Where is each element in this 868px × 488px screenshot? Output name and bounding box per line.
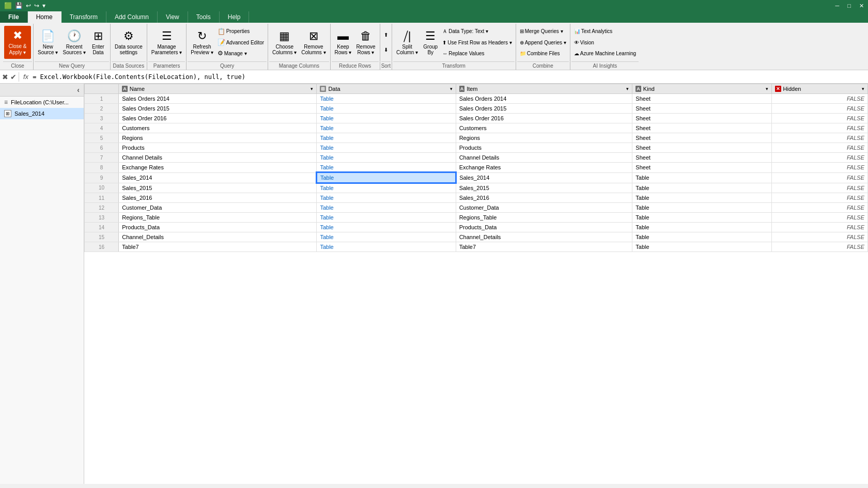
table-row[interactable]: 1Sales Orders 2014TableSales Orders 2014… xyxy=(85,94,868,104)
tab-help[interactable]: Help xyxy=(220,11,250,23)
kind-col-filter[interactable]: ▾ xyxy=(766,86,768,91)
replace-values-button[interactable]: ↔ Replace Values xyxy=(441,49,513,58)
table-row[interactable]: 9Sales_2014TableSales_2014TableFALSE xyxy=(85,172,868,183)
recent-sources-button[interactable]: 🕐 RecentSources ▾ xyxy=(60,26,87,59)
cell-data[interactable]: Table xyxy=(317,104,456,114)
cell-name[interactable]: Sales Orders 2015 xyxy=(119,104,317,114)
formula-confirm-icon[interactable]: ✔ xyxy=(10,73,17,81)
choose-columns-button[interactable]: ▦ ChooseColumns ▾ xyxy=(270,26,299,59)
close-btn[interactable]: ✕ xyxy=(859,3,864,9)
formula-cancel-icon[interactable]: ✖ xyxy=(2,73,8,81)
maximize-btn[interactable]: □ xyxy=(847,3,851,9)
cell-data[interactable]: Table xyxy=(317,203,456,213)
cell-name[interactable]: Channel_Details xyxy=(119,232,317,242)
cell-data[interactable]: Table xyxy=(317,123,456,133)
close-apply-button[interactable]: ✖ Close &Apply ▾ xyxy=(4,26,31,59)
cell-data[interactable]: Table xyxy=(317,114,456,123)
enter-data-button[interactable]: ⊞ EnterData xyxy=(88,26,108,59)
table-row[interactable]: 5RegionsTableRegionsSheetFALSE xyxy=(85,133,868,143)
table-row[interactable]: 10Sales_2015TableSales_2015TableFALSE xyxy=(85,183,868,193)
data-col-filter[interactable]: ▾ xyxy=(450,86,453,91)
tab-home[interactable]: Home xyxy=(28,11,61,23)
table-row[interactable]: 6ProductsTableProductsSheetFALSE xyxy=(85,143,868,153)
cell-name[interactable]: Products_Data xyxy=(119,223,317,232)
table-row[interactable]: 7Channel DetailsTableChannel DetailsShee… xyxy=(85,153,868,163)
hidden-col-filter[interactable]: ▾ xyxy=(862,86,864,91)
manage-button[interactable]: ⚙ Manage ▾ xyxy=(216,49,266,58)
cell-name[interactable]: Sales_2015 xyxy=(119,183,317,193)
name-col-filter[interactable]: ▾ xyxy=(311,86,313,91)
remove-columns-button[interactable]: ⊠ RemoveColumns ▾ xyxy=(299,26,328,59)
sort-asc-button[interactable]: ⬆ xyxy=(382,30,390,40)
cell-data[interactable]: Table xyxy=(317,223,456,232)
data-source-settings-button[interactable]: ⚙ Data sourcesettings xyxy=(113,26,145,59)
table-row[interactable]: 16Table7TableTable7TableFALSE xyxy=(85,242,868,252)
refresh-preview-button[interactable]: ↻ RefreshPreview ▾ xyxy=(189,26,215,59)
azure-ml-button[interactable]: ☁ Azure Machine Learning xyxy=(572,49,638,58)
tab-file[interactable]: File xyxy=(0,11,28,23)
cell-name[interactable]: Sales Orders 2014 xyxy=(119,94,317,104)
tab-add-column[interactable]: Add Column xyxy=(106,11,158,23)
text-analytics-button[interactable]: 📊 Text Analytics xyxy=(572,26,638,36)
new-source-button[interactable]: 📄 NewSource ▾ xyxy=(36,26,60,59)
cell-data[interactable]: Table xyxy=(317,143,456,153)
cell-name[interactable]: Sales Order 2016 xyxy=(119,114,317,123)
cell-name[interactable]: Table7 xyxy=(119,242,317,252)
cell-data[interactable]: Table xyxy=(317,183,456,193)
table-row[interactable]: 13Regions_TableTableRegions_TableTableFA… xyxy=(85,213,868,223)
cell-data[interactable]: Table xyxy=(317,163,456,173)
cell-data[interactable]: Table xyxy=(317,232,456,242)
table-row[interactable]: 3Sales Order 2016TableSales Order 2016Sh… xyxy=(85,114,868,123)
item-col-filter[interactable]: ▾ xyxy=(626,86,629,91)
use-first-row-button[interactable]: ⬆ Use First Row as Headers ▾ xyxy=(441,38,513,48)
sidebar-item-filelocation[interactable]: ≡ FileLocation (C:\User... xyxy=(0,97,84,108)
table-row[interactable]: 8Exchange RatesTableExchange RatesSheetF… xyxy=(85,163,868,173)
quick-access-dropdown[interactable]: ▾ xyxy=(42,2,45,9)
tab-view[interactable]: View xyxy=(158,11,188,23)
properties-button[interactable]: 📋 Properties xyxy=(216,26,266,36)
tab-tools[interactable]: Tools xyxy=(188,11,220,23)
split-column-button[interactable]: ⧸| SplitColumn ▾ xyxy=(394,26,420,59)
advanced-editor-button[interactable]: 📝 Advanced Editor xyxy=(216,38,266,48)
cell-name[interactable]: Sales_2014 xyxy=(119,172,317,183)
keep-rows-button[interactable]: ▬ KeepRows ▾ xyxy=(333,26,354,59)
cell-data[interactable]: Table xyxy=(317,172,456,183)
cell-data[interactable]: Table xyxy=(317,133,456,143)
sidebar-collapse-button[interactable]: ‹ xyxy=(77,86,80,94)
data-type-button[interactable]: Ａ Data Type: Text ▾ xyxy=(441,26,513,36)
quick-access-redo[interactable]: ↪ xyxy=(34,2,39,9)
table-row[interactable]: 11Sales_2016TableSales_2016TableFALSE xyxy=(85,193,868,203)
merge-queries-button[interactable]: ⊞ Merge Queries ▾ xyxy=(518,26,568,36)
cell-name[interactable]: Regions_Table xyxy=(119,213,317,223)
cell-name[interactable]: Channel Details xyxy=(119,153,317,163)
table-row[interactable]: 2Sales Orders 2015TableSales Orders 2015… xyxy=(85,104,868,114)
cell-data[interactable]: Table xyxy=(317,193,456,203)
cell-data[interactable]: Table xyxy=(317,242,456,252)
combine-files-button[interactable]: 📁 Combine Files xyxy=(518,49,568,58)
tab-transform[interactable]: Transform xyxy=(61,11,106,23)
sidebar-item-sales2014[interactable]: ⊞ Sales_2014 xyxy=(0,108,84,119)
cell-data[interactable]: Table xyxy=(317,153,456,163)
table-row[interactable]: 4CustomersTableCustomersSheetFALSE xyxy=(85,123,868,133)
remove-rows-button[interactable]: 🗑 RemoveRows ▾ xyxy=(354,26,377,59)
append-queries-button[interactable]: ⊕ Append Queries ▾ xyxy=(518,38,568,48)
vision-button[interactable]: 👁 Vision xyxy=(572,38,638,48)
cell-name[interactable]: Exchange Rates xyxy=(119,163,317,173)
cell-data[interactable]: Table xyxy=(317,94,456,104)
quick-access-undo[interactable]: ↩ xyxy=(26,2,31,9)
table-row[interactable]: 14Products_DataTableProducts_DataTableFA… xyxy=(85,223,868,232)
group-by-button[interactable]: ☰ GroupBy xyxy=(421,26,440,59)
cell-name[interactable]: Customers xyxy=(119,123,317,133)
cell-name[interactable]: Regions xyxy=(119,133,317,143)
cell-name[interactable]: Sales_2016 xyxy=(119,193,317,203)
cell-data[interactable]: Table xyxy=(317,213,456,223)
table-row[interactable]: 12Customer_DataTableCustomer_DataTableFA… xyxy=(85,203,868,213)
formula-input[interactable] xyxy=(33,73,866,81)
manage-parameters-button[interactable]: ☰ ManageParameters ▾ xyxy=(149,26,184,59)
sort-desc-button[interactable]: ⬇ xyxy=(382,45,390,55)
cell-name[interactable]: Products xyxy=(119,143,317,153)
cell-name[interactable]: Customer_Data xyxy=(119,203,317,213)
quick-access-save[interactable]: 💾 xyxy=(15,2,23,9)
table-row[interactable]: 15Channel_DetailsTableChannel_DetailsTab… xyxy=(85,232,868,242)
minimize-btn[interactable]: ─ xyxy=(835,3,840,9)
